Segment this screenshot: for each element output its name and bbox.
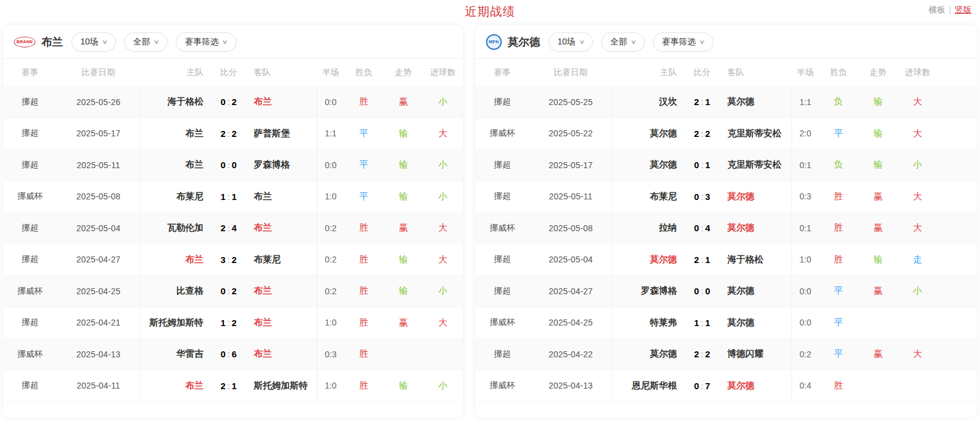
table-row[interactable]: 挪超2025-05-26海于格松0:2布兰0:0胜赢小 — [3, 86, 463, 118]
league-cell: 挪威杯 — [475, 317, 529, 328]
date-cell: 2025-05-08 — [529, 223, 612, 233]
score-cell: 1:2 — [209, 318, 248, 328]
half-score-cell: 0:0 — [792, 318, 819, 327]
home-score: 2 — [694, 349, 699, 359]
score-colon: : — [226, 381, 232, 391]
home-score: 2 — [694, 129, 699, 139]
half-score-cell: 0:2 — [317, 255, 344, 264]
half-score-cell: 0:0 — [317, 160, 344, 170]
table-row[interactable]: 挪威杯2025-04-25比查格0:2布兰0:2胜输小 — [3, 276, 463, 307]
table-row[interactable]: 挪超2025-04-27布兰3:2布莱尼0:2胜输大 — [3, 244, 463, 276]
match-count-dropdown[interactable]: 10场∨ — [71, 32, 116, 52]
score-colon: : — [226, 129, 232, 139]
match-cell: 莫尔德2:1海于格松 — [612, 244, 792, 276]
home-score: 0 — [221, 349, 226, 359]
header-trend: 走势 — [383, 67, 423, 78]
result-cell: 胜 — [819, 191, 858, 202]
table-row[interactable]: 挪超2025-04-11布兰2:1斯托姆加斯特1:0胜输小 — [3, 371, 463, 402]
table-row[interactable]: 挪超2025-05-04瓦勒伦加2:4布兰0:2胜赢大 — [3, 213, 463, 244]
score-cell: 1:1 — [209, 192, 248, 202]
away-score: 2 — [232, 286, 236, 296]
away-team: 克里斯蒂安松 — [721, 128, 792, 139]
venue-filter-dropdown[interactable]: 全部∨ — [124, 32, 167, 52]
result-cell: 胜 — [819, 254, 858, 265]
score-cell: 0:2 — [209, 97, 248, 107]
result-cell: 平 — [819, 317, 858, 329]
table-row[interactable]: 挪超2025-05-17布兰2:2萨普斯堡1:1平输大 — [3, 118, 463, 150]
header-score: 比分 — [209, 67, 248, 78]
table-row[interactable]: 挪威杯2025-05-08拉纳0:4莫尔德0:1胜赢大 — [475, 213, 977, 244]
table-row[interactable]: 挪威杯2025-05-22莫尔德2:2克里斯蒂安松2:0平输大 — [475, 118, 977, 150]
table-row[interactable]: 挪超2025-05-17莫尔德0:1克里斯蒂安松0:1负输小 — [475, 150, 977, 181]
venue-filter-dropdown[interactable]: 全部∨ — [601, 32, 645, 52]
result-cell: 胜 — [344, 285, 383, 297]
away-score: 7 — [705, 381, 710, 391]
table-row[interactable]: 挪威杯2025-04-13华雷吉0:6布兰0:3胜 — [3, 339, 463, 371]
table-row[interactable]: 挪超2025-05-11布兰0:0罗森博格0:0平输小 — [3, 150, 463, 181]
table-row[interactable]: 挪超2025-05-11布莱尼0:3莫尔德0:3胜赢大 — [475, 181, 977, 213]
date-cell: 2025-05-17 — [57, 129, 140, 138]
away-team: 克里斯蒂安松 — [721, 159, 792, 171]
page-title: 近期战绩 — [0, 4, 980, 20]
header-home: 主队 — [140, 67, 209, 78]
team-header-bar: BRANN 布兰 10场∨ 全部∨ 赛事筛选∨ — [3, 25, 463, 59]
score-cell: 2:2 — [209, 129, 248, 139]
away-team: 布兰 — [248, 222, 317, 234]
away-score: 2 — [232, 318, 236, 328]
score-colon: : — [226, 97, 232, 107]
date-cell: 2025-05-04 — [57, 223, 140, 233]
score-colon: : — [699, 318, 705, 328]
table-row[interactable]: 挪超2025-05-04莫尔德2:1海于格松1:0胜输走 — [475, 244, 977, 276]
table-header-row: 赛事 比赛日期 主队 比分 客队 半场 胜负 走势 进球数 — [475, 59, 977, 86]
header-result: 胜负 — [819, 67, 858, 78]
layout-horizontal-link[interactable]: 横板 — [928, 5, 945, 14]
score-cell: 0:4 — [683, 223, 721, 233]
table-row[interactable]: 挪超2025-04-22莫尔德2:2博德闪耀0:2平赢大 — [475, 339, 977, 371]
league-cell: 挪超 — [3, 223, 57, 234]
score-cell: 0:7 — [683, 381, 721, 391]
score-colon: : — [226, 286, 232, 296]
away-team: 莫尔德 — [721, 285, 792, 297]
match-cell: 布兰2:2萨普斯堡 — [140, 118, 317, 150]
top-bar: 近期战绩 横板|竖版 — [0, 0, 980, 24]
layout-vertical-link[interactable]: 竖版 — [955, 5, 972, 14]
header-score: 比分 — [683, 67, 721, 78]
trend-cell: 输 — [383, 128, 423, 139]
score-cell: 0:6 — [209, 349, 248, 359]
home-score: 3 — [221, 255, 226, 265]
competition-filter-dropdown[interactable]: 赛事筛选∨ — [653, 32, 713, 52]
table-row[interactable]: 挪超2025-04-27罗森博格0:0莫尔德0:0平赢小 — [475, 276, 977, 307]
score-cell: 0:0 — [683, 286, 721, 296]
score-colon: : — [699, 286, 705, 296]
away-score: 4 — [232, 223, 236, 233]
half-score-cell: 1:0 — [792, 255, 819, 264]
home-score: 0 — [694, 286, 699, 296]
match-cell: 瓦勒伦加2:4布兰 — [140, 213, 317, 244]
table-row[interactable]: 挪威杯2025-05-08布莱尼1:1布兰1:0平输小 — [3, 181, 463, 213]
date-cell: 2025-05-08 — [57, 192, 140, 201]
match-count-dropdown[interactable]: 10场∨ — [549, 32, 593, 52]
table-row[interactable]: 挪超2025-05-25汉坎2:1莫尔德1:1负输大 — [475, 86, 977, 118]
result-cell: 胜 — [819, 222, 858, 234]
date-cell: 2025-04-21 — [57, 318, 140, 327]
home-team: 罗森博格 — [613, 285, 683, 297]
table-row[interactable]: 挪威杯2025-04-25特莱弗1:1莫尔德0:0平 — [475, 307, 977, 339]
trend-cell: 输 — [383, 159, 423, 171]
team-panel-brann: BRANN 布兰 10场∨ 全部∨ 赛事筛选∨ 赛事 比赛日期 主队 比分 客队… — [3, 25, 463, 417]
table-row[interactable]: 挪威杯2025-04-13恩尼斯华根0:7莫尔德0:4胜 — [475, 371, 977, 402]
score-colon: : — [226, 192, 232, 202]
competition-filter-dropdown[interactable]: 赛事筛选∨ — [176, 32, 236, 52]
match-cell: 海于格松0:2布兰 — [140, 86, 317, 118]
header-goals: 进球数 — [423, 67, 463, 78]
date-cell: 2025-05-11 — [529, 192, 612, 201]
panels-container: BRANN 布兰 10场∨ 全部∨ 赛事筛选∨ 赛事 比赛日期 主队 比分 客队… — [0, 24, 980, 417]
home-score: 0 — [221, 97, 226, 107]
league-cell: 挪超 — [475, 254, 529, 265]
league-cell: 挪超 — [3, 97, 57, 107]
match-cell: 华雷吉0:6布兰 — [140, 339, 317, 370]
home-team: 布兰 — [140, 254, 209, 265]
away-team: 莫尔德 — [721, 191, 792, 202]
table-row[interactable]: 挪超2025-04-21斯托姆加斯特1:2布兰1:0胜赢大 — [3, 307, 463, 339]
away-score: 2 — [705, 129, 710, 139]
header-half: 半场 — [317, 67, 344, 78]
